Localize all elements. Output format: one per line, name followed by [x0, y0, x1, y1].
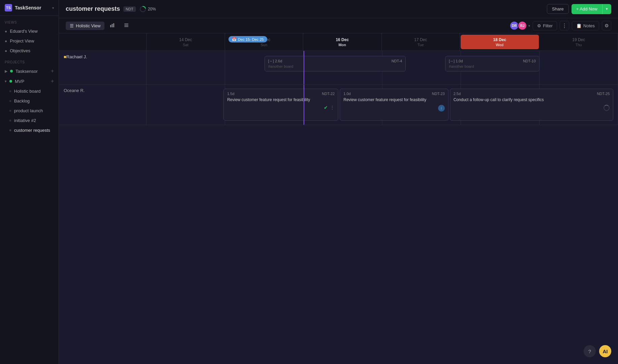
gantt-row-oceane: Oceane R. [59, 85, 618, 125]
sidebar-item-product-launch[interactable]: ≡ product launch [0, 106, 59, 116]
add-new-label[interactable]: + Add New [571, 4, 602, 14]
today-line [304, 51, 304, 84]
gantt-dates: 📅 Dec 15- Dec 25 14 Dec Sat 15 Dec Sun 1… [147, 33, 618, 51]
list-icon: ≡ [9, 109, 11, 113]
progress-text: 20% [148, 7, 156, 11]
nav-icon: ● [5, 49, 7, 53]
sidebar-item-tasksensor[interactable]: ▶ Tasksensor + [0, 66, 59, 76]
date-col-19dec: 19 Dec Thu [540, 33, 618, 51]
bar-chart-icon [110, 23, 115, 29]
gantt-header: 📅 Dec 15- Dec 25 14 Dec Sat 15 Dec Sun 1… [59, 33, 618, 51]
task-header: [↔] 2.6d NDT-4 [268, 59, 402, 63]
filter-icon: ⚙ [537, 23, 541, 28]
project-label: initiative #2 [14, 118, 36, 123]
notes-button[interactable]: 📋 Notes [572, 21, 599, 30]
progress-circle [139, 5, 147, 13]
more-icon[interactable]: ⋮ [330, 105, 335, 110]
date-col-17dec: 17 Dec Tue [382, 33, 460, 51]
projects-section-label: Projects [0, 56, 59, 66]
project-label: customer requests [14, 128, 50, 133]
chart-view-button[interactable] [106, 21, 119, 30]
task-footer: i [343, 105, 444, 112]
date-range-text: Dec 15- Dec 25 [238, 37, 264, 41]
today-line [304, 85, 304, 125]
list-view-button[interactable] [120, 21, 133, 30]
grid-col-0 [147, 85, 225, 125]
task-card-ndt23[interactable]: 1.0d NDT-23 Review customer feature requ… [340, 89, 448, 121]
task-name: Review customer feature request for feas… [227, 97, 335, 103]
task-duration: [↔] 2.6d [268, 59, 282, 63]
sidebar-item-initiative2[interactable]: ≡ initiative #2 [0, 116, 59, 125]
holistic-view-button[interactable]: ☰ Holistic View [66, 22, 104, 30]
topbar-actions: Share + Add New ▾ [547, 4, 611, 14]
svg-rect-4 [113, 23, 114, 27]
sidebar: TS TaskSensor ▾ Views ● Eduard's View ● … [0, 0, 59, 364]
sidebar-item-backlog[interactable]: ≡ Backlog [0, 96, 59, 106]
views-section-label: Views [0, 16, 59, 26]
task-footer: ✔ ⋮ [227, 105, 335, 110]
task-header: [↔] 1.0d NDT-10 [449, 59, 536, 63]
sidebar-item-eduards-view[interactable]: ● Eduard's View [0, 26, 59, 36]
page-title: customer requests [66, 5, 120, 12]
grid-col-5 [539, 51, 618, 84]
sidebar-item-customer-requests[interactable]: ≡ customer requests [0, 125, 59, 135]
task-id: NDT-22 [322, 92, 335, 96]
nav-icon: ● [5, 39, 7, 43]
person-dot-rachael: ■ [64, 54, 66, 59]
add-new-button[interactable]: + Add New ▾ [571, 4, 611, 14]
nav-item-label: Objectives [10, 48, 30, 53]
svg-rect-6 [124, 25, 128, 26]
share-button[interactable]: Share [547, 4, 569, 14]
more-options-button[interactable]: ⋮ [560, 21, 569, 30]
task-card-ndt10[interactable]: [↔] 1.0d NDT-10 #another board [445, 56, 539, 71]
task-name: Conduct a follow-up call to clarify requ… [454, 97, 610, 103]
svg-rect-2 [110, 25, 111, 27]
list-icon: ≡ [9, 99, 11, 103]
task-card-ndt22[interactable]: 1.5d NDT-22 Review customer feature requ… [223, 89, 338, 121]
task-card-ndt4[interactable]: [↔] 2.6d NDT-4 #another board [265, 56, 406, 71]
task-duration: 1.5d [227, 92, 234, 96]
question-mark-icon: ? [588, 348, 591, 354]
list-icon: ≡ [9, 119, 11, 122]
date-col-14dec: 14 Dec Sat [147, 33, 225, 51]
info-icon: i [438, 105, 445, 112]
chevron-down-icon[interactable]: ▾ [602, 4, 611, 13]
sidebar-header[interactable]: TS TaskSensor ▾ [0, 0, 59, 16]
avatar-group: DR RJ ▾ [509, 21, 530, 30]
project-label: Tasksensor [16, 69, 38, 74]
add-project-icon[interactable]: + [51, 79, 54, 84]
sidebar-item-project-view[interactable]: ● Project View [0, 36, 59, 46]
task-board: #another board [268, 64, 402, 68]
sidebar-item-holistic-board[interactable]: ≡ Holistic board [0, 86, 59, 96]
date-col-16dec-today: 16 Dec Mon Today [303, 33, 382, 51]
check-icon: ✔ [324, 105, 328, 110]
ai-label: AI [603, 348, 608, 354]
grid-col-0 [147, 51, 225, 84]
avatar-chevron-icon[interactable]: ▾ [528, 24, 530, 28]
list-icon: ≡ [9, 89, 11, 93]
chevron-right-icon: ▶ [5, 69, 7, 73]
task-duration: 1.0d [343, 92, 350, 96]
sidebar-item-objectives[interactable]: ● Objectives [0, 46, 59, 56]
svg-rect-3 [112, 24, 113, 27]
app-chevron-icon: ▾ [52, 6, 54, 10]
project-dot [9, 80, 12, 83]
task-card-ndt25[interactable]: 2.5d NDT-25 Conduct a follow-up call to … [450, 89, 614, 121]
task-header: 1.0d NDT-23 [343, 92, 444, 96]
task-id: NDT-10 [523, 59, 536, 63]
add-project-icon[interactable]: + [51, 68, 54, 74]
ai-button[interactable]: AI [599, 345, 611, 357]
oceane-timeline: 1.5d NDT-22 Review customer feature requ… [147, 85, 618, 125]
nav-icon: ● [5, 29, 7, 34]
sidebar-item-mvp[interactable]: ▾ MVP + [0, 76, 59, 86]
help-button[interactable]: ? [584, 345, 596, 357]
app-logo: TS [5, 4, 12, 11]
filter-button[interactable]: ⚙ Filter [533, 21, 557, 30]
person-label-oceane: Oceane R. [59, 85, 147, 125]
task-duration: [↔] 1.0d [449, 59, 463, 63]
task-board: #another board [449, 64, 536, 68]
nav-item-label: Eduard's View [10, 29, 37, 34]
notes-icon: 📋 [576, 23, 582, 28]
date-col-18dec: 18 Dec Wed [461, 35, 539, 49]
settings-button[interactable]: ⚙ [602, 21, 611, 30]
